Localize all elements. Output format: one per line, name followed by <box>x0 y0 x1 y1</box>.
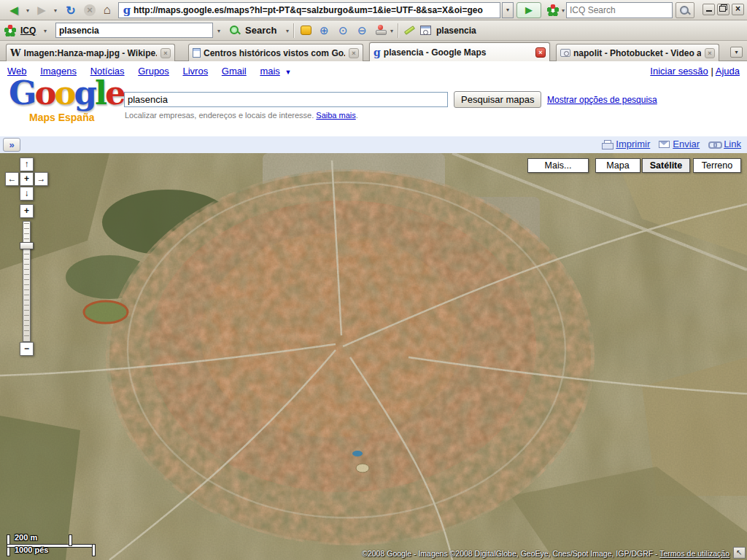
zoom-in-icon[interactable]: ⊕ <box>320 24 329 37</box>
pan-left-button[interactable]: ← <box>5 172 19 186</box>
highlighter-icon[interactable] <box>404 26 415 35</box>
caption-text: Localizar empresas, endereços e locais d… <box>125 111 314 120</box>
auth-divider: | <box>711 66 713 77</box>
icq-flower-icon[interactable] <box>4 25 16 36</box>
home-button[interactable]: ⌂ <box>99 2 115 18</box>
caption-period: . <box>356 111 358 120</box>
logo-letter: g <box>74 74 94 112</box>
tab-close-icon[interactable]: × <box>349 48 359 58</box>
zoom-out-button[interactable]: − <box>20 342 34 356</box>
link-item[interactable]: Link <box>708 139 741 149</box>
icq-search-button[interactable] <box>676 2 694 18</box>
home-icon: ⌂ <box>104 3 111 18</box>
restore-button[interactable] <box>717 4 729 15</box>
joystick-icon[interactable] <box>375 25 386 35</box>
tab-close-icon[interactable]: × <box>160 48 171 58</box>
nav-mais[interactable]: mais <box>260 66 279 77</box>
zoom-out-icon[interactable]: ⊖ <box>357 24 367 37</box>
icq-menu-button[interactable]: ICQ <box>20 26 36 36</box>
tab-label: napolit - Photobucket - Video an... <box>573 48 701 58</box>
back-dropdown[interactable]: ▾ <box>23 6 32 16</box>
send-item[interactable]: Enviar <box>659 139 700 149</box>
zoom-slider-track[interactable] <box>23 221 31 342</box>
search-options-link[interactable]: Mostrar opções de pesquisa <box>547 95 657 105</box>
help-link[interactable]: Ajuda <box>716 66 740 77</box>
print-item[interactable]: Imprimir <box>602 139 650 149</box>
satellite-type-button[interactable]: Satélite <box>642 158 690 173</box>
overview-toggle-button[interactable]: ↖ <box>733 547 746 559</box>
link-link[interactable]: Link <box>724 139 741 149</box>
icq-query-input[interactable] <box>56 24 212 38</box>
scale-metric-label: 200 m <box>15 533 37 542</box>
refresh-icon: ↻ <box>66 4 75 18</box>
refresh-button[interactable]: ↻ <box>62 2 80 18</box>
search-icon <box>229 25 240 36</box>
map-attribution: ©2008 Google - Imagens ©2008 DigitalGlob… <box>362 549 729 558</box>
pan-down-button[interactable]: ↓ <box>20 187 34 201</box>
icq-menu-dropdown[interactable]: ▾ <box>41 26 50 36</box>
toolbar-separator <box>398 23 399 38</box>
forward-button[interactable]: ▶ <box>33 2 50 18</box>
icq-query-box[interactable] <box>55 23 213 38</box>
minimize-button[interactable] <box>703 4 715 15</box>
terms-link[interactable]: Termos de utilização <box>659 549 729 558</box>
map-type-button[interactable]: Mapa <box>595 158 640 173</box>
sidebar-expand-button[interactable]: » <box>3 138 20 152</box>
emoticon-icon[interactable] <box>301 26 311 35</box>
nav-livros[interactable]: Livros <box>182 66 208 77</box>
icq-search-dropdown[interactable]: ▾ <box>283 26 292 36</box>
satellite-imagery[interactable] <box>0 153 747 560</box>
nav-gmail[interactable]: Gmail <box>222 66 247 77</box>
tab-photobucket[interactable]: napolit - Photobucket - Video an... × <box>556 44 719 61</box>
forward-dropdown[interactable]: ▾ <box>51 6 60 16</box>
maps-search-input[interactable] <box>125 93 447 106</box>
tab-list-dropdown[interactable]: ▾ <box>730 47 743 58</box>
print-link[interactable]: Imprimir <box>616 139 650 149</box>
tab-wikipedia[interactable]: W Imagen:Hanza-map.jpg - Wikipe... × <box>6 44 175 61</box>
map-canvas[interactable]: ↑ ← + → ↓ + − Mais... Mapa Satélite Terr… <box>0 153 747 560</box>
icq-search-box[interactable] <box>566 2 673 18</box>
stop-button[interactable]: × <box>82 2 98 18</box>
nav-grupos[interactable]: Grupos <box>138 66 169 77</box>
icq-query-dropdown[interactable]: ▾ <box>214 26 223 36</box>
copyright-text: ©2008 Google - Imagens ©2008 DigitalGlob… <box>362 549 657 558</box>
pan-right-button[interactable]: → <box>34 172 48 186</box>
stop-icon: × <box>84 4 96 16</box>
send-link[interactable]: Enviar <box>673 139 700 149</box>
mais-dropdown-icon[interactable]: ▼ <box>285 69 291 76</box>
terrain-type-button[interactable]: Terreno <box>693 158 741 173</box>
go-button[interactable]: ▶ <box>516 2 541 18</box>
tab-centros-historicos[interactable]: Centros históricos vistos com Go... × <box>188 44 363 61</box>
tab-google-maps-active[interactable]: g plasencia - Google Maps × <box>369 42 550 61</box>
maps-search-box[interactable] <box>124 92 448 107</box>
icq-search-label[interactable]: Search <box>245 25 276 36</box>
url-input[interactable] <box>133 5 498 15</box>
chain-link-icon <box>708 141 721 148</box>
search-maps-button[interactable]: Pesquisar mapas <box>454 91 541 108</box>
pan-center-button[interactable]: + <box>20 172 34 186</box>
tab-close-icon[interactable]: × <box>535 47 546 58</box>
zoom-in-button[interactable]: + <box>20 204 34 218</box>
zoom-reset-icon[interactable]: ⊙ <box>338 24 348 37</box>
address-bar[interactable]: g <box>118 2 500 18</box>
icq-flower-icon[interactable] <box>547 4 559 16</box>
back-icon: ◀ <box>9 4 18 17</box>
scale-imperial-label: 1000 pés <box>15 545 48 554</box>
scale-tick <box>93 545 95 556</box>
google-logo: Google <box>9 77 124 109</box>
page-search-icon[interactable] <box>420 26 431 35</box>
saiba-mais-link[interactable]: Saiba mais <box>316 111 355 120</box>
close-button[interactable]: × <box>732 4 744 15</box>
address-dropdown[interactable]: ▾ <box>502 2 514 18</box>
zoom-slider-handle[interactable] <box>20 242 34 249</box>
back-button[interactable]: ◀ <box>5 2 23 18</box>
more-button[interactable]: Mais... <box>527 158 589 173</box>
tab-close-icon[interactable]: × <box>705 48 715 58</box>
page-favicon-icon <box>193 48 201 58</box>
signin-link[interactable]: Iniciar sessão <box>650 66 708 77</box>
pan-up-button[interactable]: ↑ <box>20 158 34 171</box>
icq-search-input[interactable] <box>567 3 672 18</box>
google-favicon-icon: g <box>120 4 133 17</box>
joystick-dropdown[interactable]: ▾ <box>387 26 396 36</box>
tab-label: Imagen:Hanza-map.jpg - Wikipe... <box>24 48 157 58</box>
